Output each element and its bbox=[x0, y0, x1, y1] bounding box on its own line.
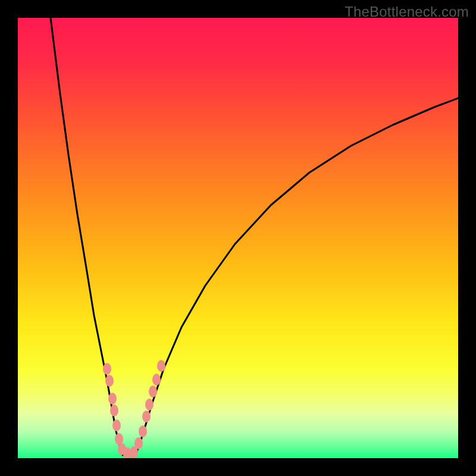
curve-marker bbox=[142, 411, 151, 422]
plot-area bbox=[18, 18, 458, 458]
curve-marker bbox=[149, 386, 157, 397]
curve-right-branch bbox=[136, 98, 458, 455]
curve-marker bbox=[108, 393, 117, 405]
curve-marker bbox=[152, 374, 161, 386]
curve-marker bbox=[103, 363, 111, 375]
curve-marker bbox=[105, 375, 114, 387]
curve-marker bbox=[115, 433, 123, 445]
curve-marker bbox=[134, 437, 143, 449]
chart-frame: TheBottleneck.com bbox=[0, 0, 476, 476]
curve-marker bbox=[112, 419, 121, 431]
curve-left-branch bbox=[51, 18, 123, 455]
curves-layer bbox=[18, 18, 458, 458]
curve-marker bbox=[157, 360, 165, 372]
curve-marker bbox=[110, 405, 118, 416]
curve-marker bbox=[139, 425, 147, 437]
marker-group bbox=[103, 360, 165, 458]
watermark-text: TheBottleneck.com bbox=[345, 4, 469, 20]
curve-marker bbox=[145, 399, 154, 411]
